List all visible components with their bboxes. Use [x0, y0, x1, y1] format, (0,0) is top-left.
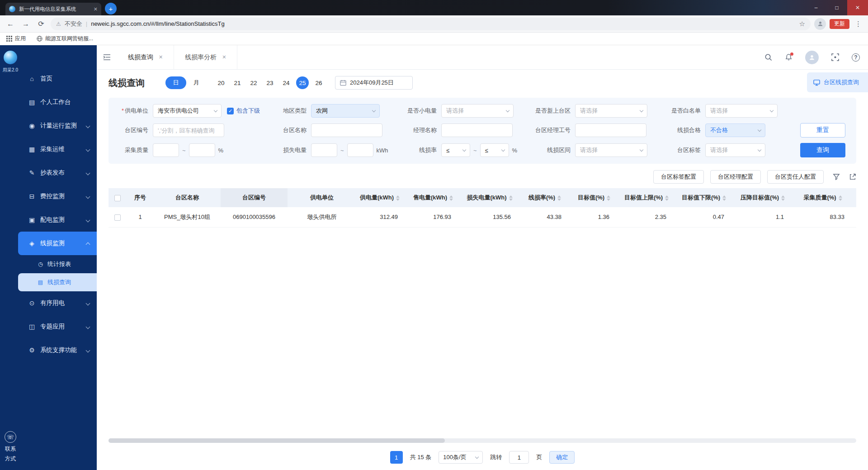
- horizontal-scrollbar[interactable]: [108, 438, 856, 443]
- sidebar-subitem-line-loss-query[interactable]: ▤ 线损查询: [18, 273, 97, 291]
- col-header-loss-rate[interactable]: 线损率(%): [523, 188, 573, 207]
- col-header-supply-energy[interactable]: 供电量(kWh): [356, 188, 410, 207]
- cell-station-code-link[interactable]: 0690100035596: [221, 207, 288, 227]
- contact-widget[interactable]: ☏ 联系 方式: [0, 431, 21, 463]
- manager-id-input[interactable]: [575, 123, 646, 137]
- loss-range-select[interactable]: 请选择: [575, 143, 647, 157]
- sort-icon[interactable]: [722, 195, 726, 201]
- col-header-target-lower[interactable]: 目标值下限(%): [678, 188, 736, 207]
- select-all-checkbox[interactable]: [114, 195, 121, 201]
- back-icon[interactable]: ←: [5, 20, 16, 28]
- jump-page-input[interactable]: [509, 451, 529, 464]
- query-button[interactable]: 查询: [800, 143, 845, 157]
- tab-line-loss-rate-analysis[interactable]: 线损率分析 ✕: [174, 45, 237, 69]
- col-header-target[interactable]: 目标值(%): [573, 188, 621, 207]
- col-header-drop-target[interactable]: 压降目标值(%): [736, 188, 796, 207]
- day-20[interactable]: 20: [215, 76, 227, 89]
- col-header-collect-quality[interactable]: 采集质量(%): [796, 188, 856, 207]
- manager-name-input[interactable]: [441, 123, 513, 137]
- sidebar-item-line-loss-monitor[interactable]: ◈ 线损监测: [18, 232, 97, 255]
- day-21[interactable]: 21: [231, 76, 244, 89]
- loss-energy-min-input[interactable]: [311, 143, 337, 157]
- station-no-input[interactable]: [153, 123, 224, 137]
- sidebar-subitem-stats-report[interactable]: ◷ 统计报表: [18, 255, 97, 273]
- station-line-loss-query-badge[interactable]: 台区线损查询: [807, 72, 868, 92]
- station-tag-select[interactable]: 请选择: [705, 143, 765, 157]
- day-23[interactable]: 23: [264, 76, 276, 89]
- help-icon[interactable]: ?: [852, 53, 860, 62]
- tab-line-loss-query[interactable]: 线损查询 ✕: [117, 45, 174, 69]
- station-owner-config-button[interactable]: 台区责任人配置: [767, 170, 824, 184]
- sidebar-item-fee-control[interactable]: ⊟ 费控监测: [18, 185, 97, 208]
- include-sub-checkbox[interactable]: ✓: [227, 108, 234, 114]
- granularity-month-button[interactable]: 月: [193, 79, 199, 87]
- sort-icon[interactable]: [839, 195, 842, 201]
- col-header-target-upper[interactable]: 目标值上限(%): [621, 188, 678, 207]
- chrome-update-button[interactable]: 更新: [830, 19, 849, 29]
- day-24[interactable]: 24: [280, 76, 292, 89]
- col-header-sale-energy[interactable]: 售电量(kWh): [410, 188, 463, 207]
- sort-icon[interactable]: [557, 195, 561, 201]
- loss-energy-max-input[interactable]: [347, 143, 373, 157]
- supply-unit-select[interactable]: 海安市供电公司: [153, 104, 222, 118]
- sidebar-item-distribution-monitor[interactable]: ▣ 配电监测: [18, 208, 97, 232]
- notification-bell-icon[interactable]: [785, 53, 793, 61]
- sidebar-item-workbench[interactable]: ▤ 个人工作台: [18, 90, 97, 114]
- station-manager-config-button[interactable]: 台区经理配置: [710, 170, 761, 184]
- new-station-select[interactable]: 请选择: [575, 104, 647, 118]
- loss-rate-op-max-select[interactable]: ≤: [480, 143, 509, 157]
- export-icon[interactable]: [849, 173, 856, 180]
- reset-button[interactable]: 重置: [800, 123, 845, 138]
- sort-icon[interactable]: [509, 195, 513, 201]
- page-size-select[interactable]: 100条/页: [439, 451, 483, 464]
- whitelist-select[interactable]: 请选择: [705, 104, 778, 118]
- fullscreen-icon[interactable]: [831, 53, 839, 61]
- sort-icon[interactable]: [396, 195, 400, 201]
- station-name-input[interactable]: [311, 123, 382, 137]
- col-header-loss-energy[interactable]: 损失电量(kWh): [463, 188, 523, 207]
- sort-icon[interactable]: [607, 195, 610, 201]
- filter-funnel-icon[interactable]: [833, 173, 840, 180]
- window-close-button[interactable]: ✕: [847, 0, 868, 15]
- region-type-select[interactable]: 农网: [311, 104, 380, 118]
- sort-icon[interactable]: [665, 195, 669, 201]
- sidebar-item-home[interactable]: ⌂ 首页: [18, 67, 97, 90]
- browser-tab[interactable]: 新一代用电信息采集系统 ✕: [5, 3, 101, 15]
- sidebar-item-orderly-power[interactable]: ⊙ 有序用电: [18, 291, 97, 315]
- bookmark-site[interactable]: 能源互联网营销服...: [37, 35, 93, 43]
- sidebar-collapse-icon[interactable]: [103, 54, 111, 61]
- scrollbar-thumb[interactable]: [108, 438, 445, 443]
- station-tag-config-button[interactable]: 台区标签配置: [653, 170, 704, 184]
- cell-collect-quality[interactable]: 83.33: [796, 207, 856, 227]
- confirm-button[interactable]: 确定: [549, 451, 575, 464]
- granularity-day-button[interactable]: 日: [165, 76, 186, 89]
- sort-icon[interactable]: [449, 195, 453, 201]
- loss-rate-op-min-select[interactable]: ≤: [441, 143, 470, 157]
- forward-icon[interactable]: →: [20, 20, 32, 28]
- window-maximize-button[interactable]: □: [826, 0, 847, 15]
- cell-supply-energy[interactable]: 312.49: [356, 207, 410, 227]
- day-26[interactable]: 26: [312, 76, 325, 89]
- sidebar-item-metering-monitor[interactable]: ◉ 计量运行监测: [18, 114, 97, 138]
- sidebar-item-special-apps[interactable]: ◫ 专题应用: [18, 315, 97, 338]
- small-power-select[interactable]: 请选择: [441, 104, 514, 118]
- sort-icon[interactable]: [781, 195, 785, 201]
- tab-close-icon[interactable]: ✕: [222, 54, 226, 60]
- cell-sale-energy[interactable]: 176.93: [410, 207, 463, 227]
- user-avatar[interactable]: [805, 51, 819, 64]
- address-bar[interactable]: ⚠ 不安全 | neweic.js.sgcc.com.cn/#/llm/line…: [51, 18, 811, 30]
- cell-loss-rate[interactable]: 43.38: [523, 207, 573, 227]
- bookmark-star-icon[interactable]: ☆: [799, 20, 805, 28]
- row-checkbox[interactable]: [114, 214, 121, 221]
- browser-menu-icon[interactable]: ⋮: [853, 20, 863, 28]
- new-tab-button[interactable]: +: [105, 3, 117, 14]
- window-minimize-button[interactable]: –: [806, 0, 826, 15]
- browser-profile-avatar[interactable]: [814, 18, 826, 30]
- tab-close-icon[interactable]: ✕: [159, 54, 163, 60]
- collect-quality-min-input[interactable]: [153, 143, 179, 157]
- bookmark-apps[interactable]: 应用: [6, 35, 26, 43]
- day-22[interactable]: 22: [247, 76, 260, 89]
- tab-close-icon[interactable]: ✕: [94, 6, 98, 12]
- collect-quality-max-input[interactable]: [189, 143, 215, 157]
- sidebar-item-meter-reading[interactable]: ✎ 抄表发布: [18, 161, 97, 185]
